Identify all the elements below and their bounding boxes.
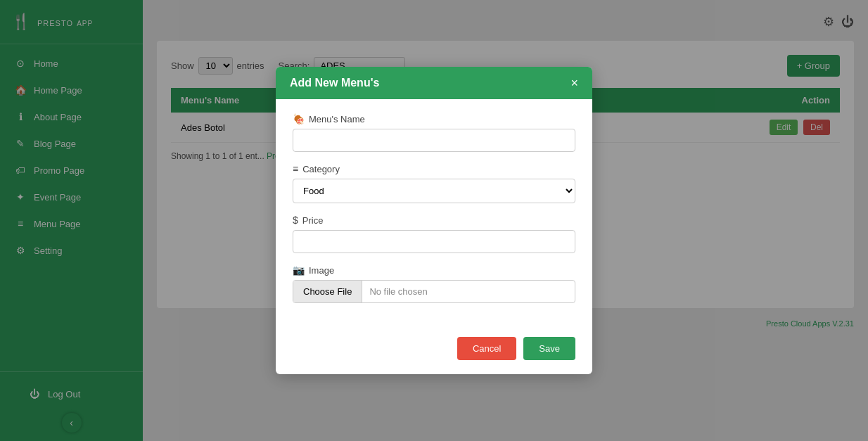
price-label: $ Price [293,215,575,226]
price-group: $ Price [293,215,575,253]
image-group: 📷 Image Choose File No file chosen [293,264,575,303]
choose-file-button[interactable]: Choose File [293,281,362,302]
cancel-button[interactable]: Cancel [457,337,516,360]
modal-header: Add New Menu's × [276,67,592,99]
menus-name-input[interactable] [293,129,575,152]
image-label: 📷 Image [293,264,575,276]
modal-close-button[interactable]: × [570,77,578,89]
modal-body: 🍖 Menu's Name ≡ Category Food Drink Dess… [276,99,592,328]
menus-name-icon: 🍖 [293,113,305,124]
modal: Add New Menu's × 🍖 Menu's Name ≡ Categor… [276,67,592,374]
file-name-display: No file chosen [362,281,575,302]
modal-footer: Cancel Save [276,328,592,374]
price-icon: $ [293,215,298,226]
modal-overlay[interactable]: Add New Menu's × 🍖 Menu's Name ≡ Categor… [0,0,868,441]
modal-title: Add New Menu's [290,77,379,89]
file-input-wrapper: Choose File No file chosen [293,280,575,303]
category-group: ≡ Category Food Drink Dessert Snack [293,163,575,203]
category-icon: ≡ [293,163,298,174]
category-select[interactable]: Food Drink Dessert Snack [293,179,575,203]
menus-name-label: 🍖 Menu's Name [293,113,575,124]
image-icon: 📷 [293,264,305,276]
price-input[interactable] [293,230,575,253]
menus-name-group: 🍖 Menu's Name [293,113,575,152]
save-button[interactable]: Save [523,337,575,360]
category-label: ≡ Category [293,163,575,174]
